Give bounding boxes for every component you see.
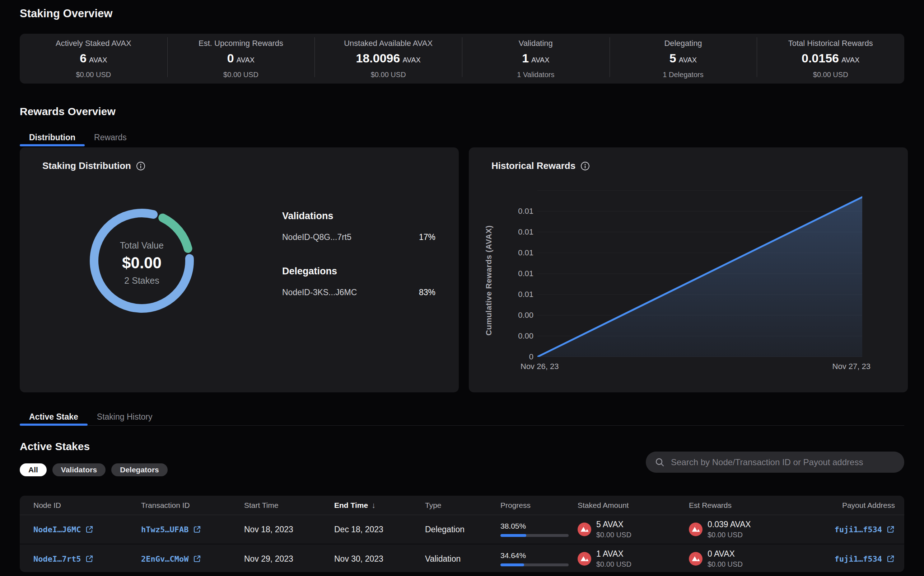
validation-pct: 17% bbox=[419, 232, 435, 242]
stat-label: Delegating bbox=[664, 39, 702, 48]
reward-usd: $0.00 USD bbox=[707, 530, 751, 539]
tab-staking-history[interactable]: Staking History bbox=[88, 409, 162, 426]
tab-active-stake[interactable]: Active Stake bbox=[20, 409, 88, 426]
stat-upcoming-rewards: Est. Upcoming Rewards 0AVAX $0.00 USD bbox=[167, 34, 315, 83]
col-type[interactable]: Type bbox=[425, 501, 500, 510]
info-icon[interactable] bbox=[136, 162, 145, 171]
validation-node-id: NodeID-Q8G...7rt5 bbox=[282, 232, 351, 242]
node-id-link[interactable]: NodeI…J6MC bbox=[34, 525, 94, 534]
y-tick-label: 0.01 bbox=[518, 269, 533, 278]
delegation-pct: 83% bbox=[419, 288, 435, 297]
external-link-icon bbox=[193, 555, 201, 563]
y-tick-label: 0 bbox=[529, 352, 533, 362]
rewards-overview-title: Rewards Overview bbox=[20, 106, 116, 118]
col-staked-amount[interactable]: Staked Amount bbox=[578, 501, 689, 510]
stat-sub: $0.00 USD bbox=[76, 70, 111, 79]
stat-sub: $0.00 USD bbox=[371, 70, 406, 79]
avax-coin-icon bbox=[578, 552, 591, 566]
staked-value: 1 AVAX bbox=[596, 549, 631, 559]
external-link-icon bbox=[85, 525, 94, 534]
end-time: Dec 18, 2023 bbox=[334, 525, 425, 534]
stat-sub: $0.00 USD bbox=[223, 70, 258, 79]
validation-item: NodeID-Q8G...7rt5 17% bbox=[282, 232, 435, 242]
distribution-list: Validations NodeID-Q8G...7rt5 17% Delega… bbox=[282, 211, 435, 297]
info-icon[interactable] bbox=[581, 162, 590, 171]
validations-heading: Validations bbox=[282, 211, 435, 222]
x-axis-label-end: Nov 27, 23 bbox=[830, 362, 871, 371]
reward-usd: $0.00 USD bbox=[707, 560, 743, 568]
filter-all[interactable]: All bbox=[20, 463, 47, 476]
tab-rewards[interactable]: Rewards bbox=[85, 130, 136, 146]
stat-value: 0AVAX bbox=[227, 51, 255, 68]
y-tick-label: 0.01 bbox=[518, 290, 533, 299]
historical-rewards-title: Historical Rewards bbox=[491, 160, 590, 171]
y-axis-ticks: 0.010.010.010.010.010.000.000 bbox=[490, 190, 533, 357]
x-axis-label-start: Nov 26, 23 bbox=[521, 362, 558, 371]
stat-label: Total Historical Rewards bbox=[788, 39, 873, 48]
reward-value: 0.039 AVAX bbox=[707, 520, 751, 530]
node-id-link[interactable]: NodeI…7rt5 bbox=[34, 555, 94, 563]
stake-filters: All Validators Delegators bbox=[20, 463, 168, 476]
transaction-id-link[interactable]: hTwz5…UFAB bbox=[141, 525, 201, 534]
stat-label: Est. Upcoming Rewards bbox=[199, 39, 283, 48]
stat-actively-staked: Actively Staked AVAX 6AVAX $0.00 USD bbox=[20, 34, 167, 83]
filter-validators[interactable]: Validators bbox=[52, 463, 106, 476]
col-start-time[interactable]: Start Time bbox=[244, 501, 334, 510]
stat-value: 1AVAX bbox=[522, 51, 549, 68]
col-est-rewards[interactable]: Est Rewards bbox=[689, 501, 825, 510]
staked-amount-cell: 5 AVAX$0.00 USD bbox=[578, 520, 689, 539]
stat-unstaked-available: Unstaked Available AVAX 18.0096AVAX $0.0… bbox=[314, 34, 462, 83]
y-tick-label: 0.00 bbox=[518, 310, 533, 320]
stat-label: Actively Staked AVAX bbox=[56, 39, 132, 48]
col-node-id[interactable]: Node ID bbox=[34, 501, 141, 510]
stake-type: Validation bbox=[425, 554, 500, 564]
col-end-time[interactable]: End Time ↓ bbox=[334, 501, 425, 510]
external-link-icon bbox=[886, 525, 895, 534]
stakes-tabs: Active Stake Staking History bbox=[20, 409, 162, 426]
donut-center-text: Total Value $0.00 2 Stakes bbox=[88, 240, 196, 286]
active-stakes-title: Active Stakes bbox=[20, 440, 90, 453]
col-transaction-id[interactable]: Transaction ID bbox=[141, 501, 244, 510]
reward-value: 0 AVAX bbox=[707, 549, 743, 559]
progress-label: 38.05% bbox=[500, 522, 578, 530]
stat-value: 18.0096AVAX bbox=[356, 51, 421, 68]
y-tick-label: 0.00 bbox=[518, 331, 533, 341]
avax-coin-icon bbox=[689, 552, 703, 566]
start-time: Nov 29, 2023 bbox=[244, 554, 334, 564]
external-link-icon bbox=[193, 525, 201, 534]
active-stakes-table: Node ID Transaction ID Start Time End Ti… bbox=[20, 496, 904, 572]
end-time: Nov 30, 2023 bbox=[334, 554, 425, 564]
col-progress[interactable]: Progress bbox=[500, 501, 578, 510]
y-tick-label: 0.01 bbox=[518, 248, 533, 258]
stat-sub: 1 Delegators bbox=[663, 70, 703, 79]
staked-usd: $0.00 USD bbox=[596, 560, 631, 568]
start-time: Nov 18, 2023 bbox=[244, 525, 334, 534]
stat-sub: 1 Validators bbox=[517, 70, 554, 79]
progress-cell: 38.05% bbox=[500, 522, 578, 537]
avax-coin-icon bbox=[578, 523, 591, 536]
historical-rewards-line-chart bbox=[537, 190, 862, 357]
stat-value: 5AVAX bbox=[669, 51, 697, 68]
y-tick-label: 0.01 bbox=[518, 206, 533, 216]
payout-address-link[interactable]: fuji1…f534 bbox=[835, 555, 895, 563]
external-link-icon bbox=[886, 555, 895, 563]
stat-delegating: Delegating 5AVAX 1 Delegators bbox=[610, 34, 757, 83]
est-rewards-cell: 0 AVAX$0.00 USD bbox=[689, 549, 825, 568]
stat-label: Unstaked Available AVAX bbox=[344, 39, 433, 48]
stat-historical-rewards: Total Historical Rewards 0.0156AVAX $0.0… bbox=[757, 34, 904, 83]
y-tick-label: 0.01 bbox=[518, 227, 533, 237]
rewards-overview-tabs: Distribution Rewards bbox=[20, 130, 136, 146]
delegations-heading: Delegations bbox=[282, 266, 435, 277]
filter-delegators[interactable]: Delegators bbox=[111, 463, 168, 476]
historical-rewards-card: Historical Rewards Cumulative Rewards (A… bbox=[469, 147, 908, 392]
stat-sub: $0.00 USD bbox=[813, 70, 848, 79]
stat-label: Validating bbox=[519, 39, 553, 48]
col-payout-address[interactable]: Payout Address bbox=[825, 501, 895, 510]
tab-distribution[interactable]: Distribution bbox=[20, 130, 85, 146]
stat-value: 0.0156AVAX bbox=[802, 51, 859, 68]
payout-address-link[interactable]: fuji1…f534 bbox=[835, 525, 895, 534]
table-row: NodeI…7rt5 2EnGv…CMoW Nov 29, 2023 Nov 3… bbox=[20, 544, 904, 572]
transaction-id-link[interactable]: 2EnGv…CMoW bbox=[141, 555, 201, 563]
search-input[interactable] bbox=[670, 457, 896, 468]
delegation-item: NodeID-3KS...J6MC 83% bbox=[282, 288, 435, 297]
